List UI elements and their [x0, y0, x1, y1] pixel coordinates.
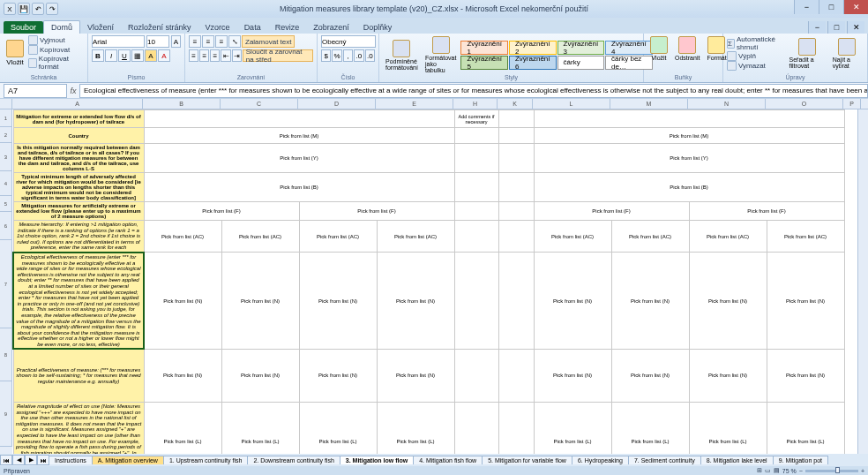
row-header-5[interactable]: 5 — [0, 196, 12, 212]
cell[interactable]: Pick from list (AC) — [611, 221, 689, 253]
align-left-button[interactable]: ≡ — [189, 49, 198, 62]
zoom-in-button[interactable]: + — [861, 468, 864, 474]
cell[interactable] — [454, 349, 498, 402]
sheet-last-button[interactable]: ⏭ — [37, 455, 49, 465]
zoom-out-button[interactable]: − — [799, 468, 803, 474]
font-size-select[interactable] — [146, 35, 169, 48]
minimize-button[interactable]: − — [794, 0, 819, 14]
col-H[interactable]: H — [453, 99, 498, 109]
merge-center-button[interactable]: Sloučit a zarovnat na střed — [243, 49, 313, 62]
row-header-2[interactable]: 2 — [0, 127, 12, 143]
col-B[interactable]: B — [143, 99, 221, 109]
bold-button[interactable]: B — [92, 49, 104, 62]
cell[interactable]: Pick from list (N) — [377, 253, 454, 350]
cell[interactable]: Pick from list (L) — [611, 402, 689, 457]
italic-button[interactable]: I — [105, 49, 117, 62]
tab-layout[interactable]: Rozložení stránky — [121, 21, 198, 34]
cell[interactable]: Pick from list (AC) — [299, 221, 377, 253]
dec-decimal-button[interactable]: .0 — [365, 49, 375, 62]
sheet-first-button[interactable]: ⏮ — [0, 455, 12, 465]
cell[interactable] — [454, 173, 498, 202]
cell[interactable]: Pick from list (L) — [144, 402, 221, 457]
cell[interactable]: Pick from list (AC) — [534, 221, 611, 253]
tab-data[interactable]: Data — [237, 21, 268, 34]
cell[interactable]: Pick from list (N) — [221, 253, 299, 350]
tab-view[interactable]: Zobrazení — [306, 21, 356, 34]
tab-formulas[interactable]: Vzorce — [198, 21, 237, 34]
cell[interactable] — [144, 110, 454, 128]
cond-format-button[interactable]: Podmíněné formátování — [383, 39, 421, 72]
orientation-button[interactable]: ⤡ — [228, 35, 241, 48]
border-button[interactable]: ▦ — [131, 49, 144, 62]
wrap-text-button[interactable]: Zalamovat text — [242, 35, 295, 48]
zoom-thumb[interactable] — [835, 467, 840, 473]
fill-color-button[interactable]: A — [145, 49, 157, 62]
col-L[interactable]: L — [533, 99, 610, 109]
cell[interactable]: Pick from list (N) — [767, 349, 844, 402]
spreadsheet-grid[interactable]: 1 2 3 4 5 6 7 8 9 Mitigation for extreme… — [0, 109, 868, 457]
close-button[interactable]: ✕ — [843, 0, 868, 14]
sheet-tab-7[interactable]: 7. Sediment continuity — [628, 456, 701, 464]
sheet-tab-8[interactable]: 8. Mitigation lake level — [700, 456, 774, 464]
excel-icon[interactable]: X — [4, 3, 16, 15]
col-D[interactable]: D — [298, 99, 376, 109]
cell[interactable]: Pick from list (AC) — [144, 221, 221, 253]
cell[interactable]: Pick from list (N) — [689, 253, 767, 350]
indent-dec-button[interactable]: ⇤ — [221, 49, 230, 62]
cell[interactable]: Pick from list (B) — [534, 173, 844, 202]
sheet-tab-6[interactable]: 6. Hydropeaking — [572, 456, 629, 464]
cell[interactable]: Pick from list (L) — [689, 402, 767, 457]
style-chip-7[interactable]: čárky — [557, 56, 605, 70]
style-chip-5[interactable]: Zvýraznění 5 — [460, 56, 508, 70]
cell[interactable] — [454, 402, 498, 457]
cell[interactable]: Pick from list (F) — [144, 202, 299, 221]
cell[interactable]: Pick from list (N) — [144, 253, 221, 350]
copy-button[interactable]: Kopírovat — [28, 45, 84, 55]
tab-addins[interactable]: Doplňky — [356, 21, 400, 34]
cell[interactable]: Pick from list (N) — [767, 253, 844, 350]
row-header-6[interactable]: 6 — [0, 212, 12, 240]
sheet-tab-1[interactable]: 1. Upstream continuity fish — [163, 456, 248, 464]
doc-minimize-button[interactable]: − — [808, 21, 826, 34]
col-A[interactable]: A — [12, 99, 143, 109]
grow-font-button[interactable]: A — [171, 35, 181, 48]
cell[interactable] — [454, 128, 498, 144]
sort-filter-button[interactable]: Seřadit a filtrovat — [787, 37, 828, 70]
save-icon[interactable]: 💾 — [18, 3, 30, 15]
sheet-tab-5[interactable]: 5. Mitigation for variable flow — [482, 456, 572, 464]
doc-close-button[interactable]: ✕ — [847, 21, 864, 34]
view-layout-button[interactable]: ▭ — [765, 467, 771, 474]
align-right-button[interactable]: ≡ — [210, 49, 220, 62]
percent-button[interactable]: % — [332, 49, 341, 62]
view-break-button[interactable]: ▤ — [774, 467, 780, 474]
cell[interactable]: Pick from list (N) — [299, 349, 377, 402]
paste-button[interactable]: Vložit — [4, 39, 26, 67]
cut-button[interactable]: Vyjmout — [28, 35, 84, 45]
cell[interactable]: Pick from list (B) — [144, 173, 454, 202]
col-K[interactable]: K — [498, 99, 533, 109]
cell[interactable]: Pick from list (F) — [299, 202, 454, 221]
comma-button[interactable]: , — [343, 49, 353, 62]
align-top-button[interactable]: ≡ — [189, 35, 201, 48]
cell[interactable]: Pick from list (L) — [299, 402, 377, 457]
row-header-4[interactable]: 4 — [0, 171, 12, 196]
formula-input[interactable]: Ecological effectiveness of measure (ent… — [79, 84, 868, 98]
cell[interactable]: Pick from list (L) — [377, 402, 454, 457]
tab-home[interactable]: Domů — [43, 20, 80, 34]
insert-cells-button[interactable]: Vložit — [647, 35, 670, 62]
redo-icon[interactable]: ↷ — [46, 3, 58, 15]
sheet-prev-button[interactable]: ◀ — [12, 455, 25, 465]
underline-button[interactable]: U — [118, 49, 131, 62]
row-header-3[interactable]: 3 — [0, 143, 12, 171]
sheet-tab-overview[interactable]: A. Mitigation overview — [92, 456, 164, 464]
cell-country-2[interactable]: Pick from list (M) — [534, 128, 844, 144]
cell[interactable]: Pick from list (L) — [767, 402, 844, 457]
col-E[interactable]: E — [376, 99, 453, 109]
cell[interactable]: Pick from list (N) — [144, 349, 221, 402]
name-box[interactable]: A7 — [4, 84, 67, 98]
col-O[interactable]: O — [766, 99, 843, 109]
col-M[interactable]: M — [610, 99, 688, 109]
col-P[interactable]: P — [843, 99, 861, 109]
cell[interactable] — [454, 253, 498, 350]
row-header-7[interactable]: 7 — [0, 240, 12, 328]
